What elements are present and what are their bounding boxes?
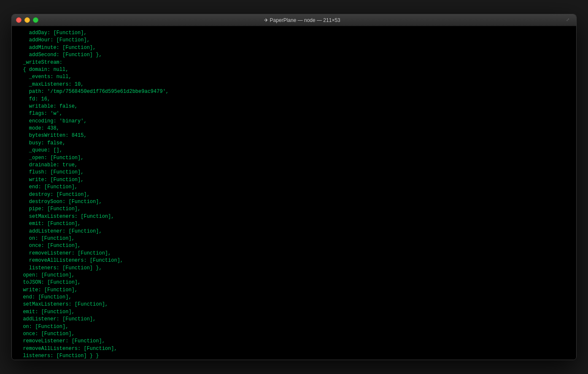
title-bar: ✈ PaperPlane — node — 211×53 ⤢ <box>12 14 576 26</box>
minimize-button[interactable] <box>24 17 30 23</box>
plane-icon: ✈ <box>264 17 270 23</box>
resize-icon: ⤢ <box>566 17 572 23</box>
terminal-body[interactable]: addDay: [Function], addHour: [Function],… <box>12 26 576 360</box>
traffic-lights <box>16 17 38 23</box>
terminal-output: addDay: [Function], addHour: [Function],… <box>17 30 571 360</box>
terminal-window: ✈ PaperPlane — node — 211×53 ⤢ addDay: [… <box>11 14 577 360</box>
maximize-button[interactable] <box>33 17 38 23</box>
window-title: ✈ PaperPlane — node — 211×53 <box>38 17 566 23</box>
close-button[interactable] <box>16 17 22 23</box>
